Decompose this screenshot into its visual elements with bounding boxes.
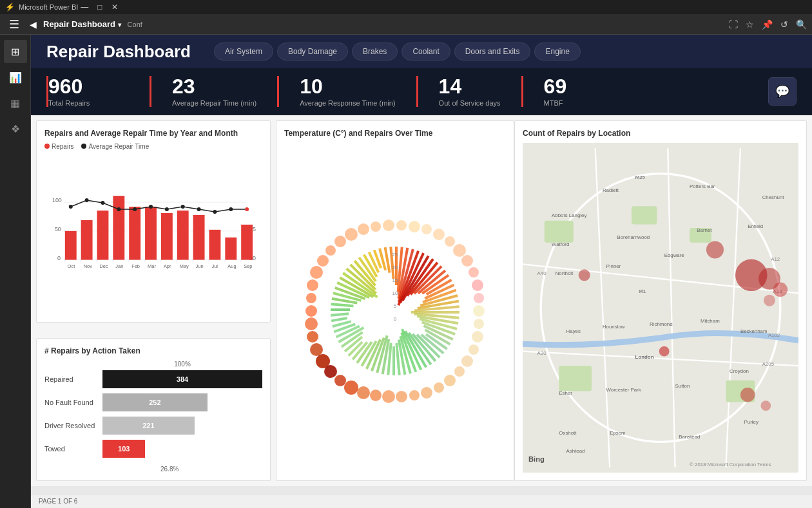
tab-brakes[interactable]: Brakes [352,42,398,61]
svg-text:Epsom: Epsom [610,430,626,436]
svg-point-51 [445,236,455,247]
svg-rect-176 [559,366,592,391]
pin-icon[interactable]: 📌 [762,19,773,30]
action-row-towed: Towed 103 [44,440,262,458]
svg-point-50 [453,244,466,257]
map-chart-title: Count of Repairs by Location [523,129,798,138]
svg-point-21 [85,198,89,202]
horizontal-scrollbar[interactable] [31,486,812,494]
bookmark-icon[interactable]: ☆ [746,19,754,30]
svg-point-47 [472,279,483,291]
svg-point-59 [345,228,358,241]
action-label-towed: Towed [44,445,102,453]
svg-point-86 [474,319,484,329]
svg-point-24 [133,207,137,211]
close-btn[interactable]: ✕ [109,3,121,12]
svg-text:Banstead: Banstead [679,434,700,440]
svg-text:Esher: Esher [559,390,572,396]
legend-repairs: Repairs [44,143,73,150]
svg-point-219 [740,388,755,402]
svg-point-62 [317,255,329,267]
svg-point-20 [69,205,73,209]
tab-coolant[interactable]: Coolant [401,42,450,61]
pct-top: 100% [44,361,262,368]
fullscreen-icon[interactable]: ⛶ [729,19,738,30]
svg-rect-11 [113,196,124,259]
chat-button[interactable]: 💬 [768,77,797,106]
minimize-btn[interactable]: — [78,3,91,12]
svg-point-53 [421,224,432,234]
svg-point-66 [305,305,317,317]
svg-text:Pinner: Pinner [606,263,621,269]
sidebar-item-grid[interactable]: ▦ [4,91,27,115]
bar-chart-title: Repairs and Average Repair Time by Year … [44,129,262,138]
svg-text:5: 5 [394,303,397,309]
svg-text:Hounslow: Hounslow [603,324,625,330]
svg-point-27 [181,205,185,209]
svg-point-73 [344,381,358,395]
svg-text:May: May [180,263,189,269]
svg-text:Richmond: Richmond [650,321,672,327]
svg-point-52 [433,229,445,240]
action-bar-towed: 103 [102,440,145,458]
bar-chart-panel: Repairs and Average Repair Time by Year … [36,120,271,323]
svg-text:Watford: Watford [552,241,569,247]
action-label-driver: Driver Resolved [44,422,102,429]
sidebar-item-home[interactable]: ⊞ [4,40,27,63]
svg-point-61 [325,245,336,256]
breadcrumb-arrow[interactable]: ▾ [118,21,121,28]
actions-chart-title: # Repairs by Action Taken [44,346,262,355]
sidebar-item-component[interactable]: ❖ [4,117,27,140]
svg-text:Worcester Park: Worcester Park [606,387,641,393]
svg-rect-158 [331,317,347,322]
maximize-btn[interactable]: □ [95,3,104,12]
legend-avg-repair: Average Repair Time [81,143,149,150]
svg-text:Jul: Jul [211,263,218,269]
action-bar-wrap-nff: 252 [102,393,262,411]
svg-rect-142 [392,346,395,375]
refresh-icon[interactable]: ↺ [780,19,788,30]
tab-body-damage[interactable]: Body Damage [277,42,348,61]
svg-rect-173 [545,221,574,243]
tab-doors-exits[interactable]: Doors and Exits [454,42,531,61]
svg-point-58 [358,223,369,235]
kpi-label-oos: Out of Service days [439,99,501,107]
kpi-label-repairs: Total Repairs [48,99,129,107]
svg-point-57 [371,221,381,232]
kpi-value-oos: 14 [439,76,501,97]
kpi-label-avg-repair: Average Repair Time (min) [172,99,256,107]
back-button[interactable]: ◀ [26,17,41,32]
svg-point-54 [409,221,420,232]
svg-point-63 [310,266,323,279]
svg-text:Feb: Feb [131,263,140,269]
search-icon[interactable]: 🔍 [796,19,807,30]
tab-air-system[interactable]: Air System [214,42,273,61]
window-controls[interactable]: — □ ✕ [78,3,120,12]
svg-text:Oxshott: Oxshott [559,430,577,436]
svg-point-218 [659,346,670,357]
menubar-actions: ⛶ ☆ 📌 ↺ 🔍 [729,19,807,30]
action-bar-wrap-towed: 103 [102,440,262,458]
tab-engine[interactable]: Engine [534,42,580,61]
action-bar-driver: 221 [102,417,195,435]
svg-text:A12: A12 [771,256,780,262]
svg-point-64 [307,279,318,291]
svg-point-55 [396,220,407,230]
svg-text:London: London [635,354,654,360]
map-container[interactable]: M25 A40 A30 A12 A13 A102 A205 Abbots Lan… [523,143,798,473]
svg-rect-8 [65,231,77,260]
sidebar-item-chart[interactable]: 📊 [4,66,27,89]
hamburger-menu[interactable]: ☰ [5,15,23,34]
svg-text:Ashtead: Ashtead [566,448,585,454]
svg-rect-89 [331,303,353,307]
svg-text:Mar: Mar [148,263,156,269]
svg-text:Beckenham: Beckenham [740,328,768,334]
action-bar-repaired: 384 [102,370,262,388]
statusbar: PAGE 1 OF 6 [31,494,812,508]
charts-area: Repairs and Average Repair Time by Year … [31,115,812,486]
kpi-avg-response: 10 Average Response Time (min) [277,76,416,107]
kpi-value-avg-response: 10 [300,76,395,97]
pct-bottom: 26.8% [44,466,262,473]
svg-text:25: 25 [392,252,398,258]
breadcrumb-sub: Conf [128,21,142,28]
